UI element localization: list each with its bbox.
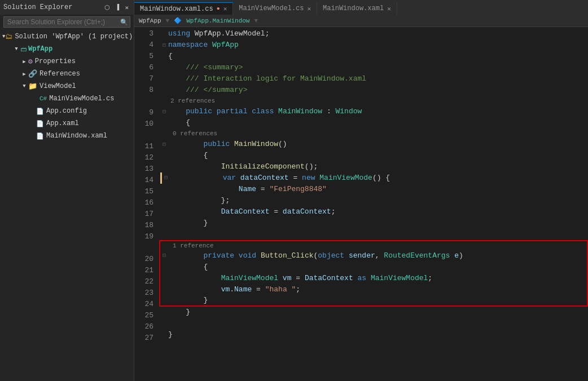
toolbar-project[interactable]: WpfApp	[139, 17, 161, 24]
code-line-13: InitializeComponent();	[160, 161, 588, 172]
code-ref-hint-11: 0 references	[160, 129, 588, 139]
code-text: ⊟ public partial class MainWindow : Wind…	[160, 106, 362, 118]
sidebar-search-bar: 🔍	[0, 15, 134, 29]
tab-label: MainViewModel.cs	[239, 5, 304, 12]
code-text: var dataContext = new MainViewMode() {	[170, 172, 390, 184]
collapse-icon[interactable]: ▐	[114, 3, 121, 11]
sidebar-item-label: App.config	[46, 107, 87, 115]
cs-file-icon: C#	[40, 95, 47, 102]
code-text: {	[160, 262, 208, 273]
sidebar-item-references[interactable]: ▶ 🔗 References	[0, 68, 134, 80]
code-text: {	[160, 117, 190, 129]
tabs-bar: MainWindow.xaml.cs ● ✕ MainViewModel.cs …	[134, 0, 588, 15]
viewmodel-arrow-icon: ▼	[20, 83, 28, 89]
code-line-24: }	[159, 295, 588, 307]
tab-close-icon[interactable]: ✕	[387, 5, 391, 12]
toolbar-arrow-icon: 🔷	[174, 17, 182, 24]
sidebar-item-solution[interactable]: ▼ 🗂 Solution 'WpfApp' (1 project)	[0, 30, 134, 43]
ref-hint-9: 2 references	[170, 95, 215, 107]
solution-explorer-sidebar: Solution Explorer ⬡ ▐ ✕ 🔍 ▼ 🗂 Solution '…	[0, 0, 134, 381]
sidebar-item-appxaml[interactable]: 📄 App.xaml	[0, 117, 134, 130]
sidebar-title: Solution Explorer	[3, 3, 72, 11]
code-line-8: /// </summary>	[160, 85, 588, 96]
code-text: using WpfApp.ViewModel;	[160, 28, 269, 39]
collapse-marker-14[interactable]: ⊟	[162, 172, 170, 184]
code-line-12: {	[160, 150, 588, 161]
code-text: }	[160, 218, 208, 229]
sidebar-item-label: ViewModel	[40, 82, 76, 90]
sidebar-item-mainwindowxaml[interactable]: 📄 MainWindow.xaml	[0, 130, 134, 142]
code-line-11: ⊟ public MainWindow()	[160, 139, 588, 150]
collapse-marker-20[interactable]: ⊟	[160, 250, 168, 262]
code-toolbar: WpfApp ▼ 🔷 WpfApp.MainWindow ▼	[134, 15, 588, 27]
code-line-3: using WpfApp.ViewModel;	[160, 28, 588, 39]
code-text: MainViewModel vm = DataContext as MainVi…	[160, 273, 432, 284]
sidebar-item-project[interactable]: ▼ 🗃 WpfApp	[0, 43, 134, 55]
project-icon: 🗃	[20, 46, 27, 53]
sidebar-item-properties[interactable]: ▶ ⚙ Properties	[0, 55, 134, 68]
main-layout: Solution Explorer ⬡ ▐ ✕ 🔍 ▼ 🗂 Solution '…	[0, 0, 588, 381]
code-line-15: Name = "FeiPeng8848"	[160, 184, 588, 195]
code-ref-hint-20: 1 reference	[159, 240, 588, 250]
tab-mainwindow-xaml[interactable]: MainWindow.xaml ✕	[317, 2, 397, 15]
sidebar-item-label: MainViewModel.cs	[49, 95, 114, 103]
code-line-25: }	[160, 307, 588, 318]
line-numbers: 3 4 5 6 7 8 9 10 11 12 13 14 15 16 17 18…	[134, 27, 158, 381]
code-lines: using WpfApp.ViewModel; ⊟namespace WpfAp…	[158, 27, 588, 381]
code-line-5: {	[160, 51, 588, 62]
references-icon: 🔗	[28, 69, 37, 78]
code-area: MainWindow.xaml.cs ● ✕ MainViewModel.cs …	[134, 0, 588, 381]
sidebar-item-label: MainWindow.xaml	[46, 132, 107, 140]
code-text	[160, 229, 165, 240]
code-line-16: };	[160, 195, 588, 206]
tab-label: MainWindow.xaml	[323, 5, 384, 12]
code-line-17: DataContext = dataContext;	[160, 206, 588, 218]
tab-mainviewmodel-cs[interactable]: MainViewModel.cs ✕	[233, 2, 317, 15]
code-text: /// Interaction logic for MainWindow.xam…	[160, 73, 366, 85]
folder-icon: 📁	[28, 82, 37, 91]
code-text: }	[160, 307, 190, 318]
solution-icon: 🗂	[5, 33, 12, 41]
code-line-6: /// <summary>	[160, 62, 588, 73]
code-text: }	[160, 295, 208, 306]
pin-icon[interactable]: ⬡	[103, 3, 112, 12]
code-line-19	[160, 229, 588, 240]
collapse-marker-9[interactable]: ⊟	[160, 107, 168, 118]
solution-tree: ▼ 🗂 Solution 'WpfApp' (1 project) ▼ 🗃 Wp…	[0, 29, 134, 381]
code-text: DataContext = dataContext;	[160, 206, 336, 218]
code-line-14: ⊟ var dataContext = new MainViewMode() {	[160, 172, 588, 184]
code-text: {	[160, 150, 208, 161]
sidebar-item-mainviewmodel[interactable]: C# MainViewModel.cs	[0, 92, 134, 105]
code-line-23: vm.Name = "haha ";	[159, 284, 588, 295]
sidebar-item-label: Properties	[35, 57, 76, 65]
mainxaml-file-icon: 📄	[36, 132, 44, 140]
tab-close-icon[interactable]: ✕	[307, 5, 311, 12]
tab-label: MainWindow.xaml.cs	[140, 5, 213, 13]
code-text: ⊟namespace WpfApp	[160, 39, 239, 51]
collapse-marker-11[interactable]: ⊟	[160, 139, 168, 150]
code-text: /// </summary>	[160, 85, 247, 96]
code-line-7: /// Interaction logic for MainWindow.xam…	[160, 73, 588, 85]
code-text: vm.Name = "haha ";	[160, 284, 300, 295]
code-text: {	[160, 51, 173, 62]
tab-mainwindow-xaml-cs[interactable]: MainWindow.xaml.cs ● ✕	[134, 2, 233, 15]
toolbar-separator: ▼	[166, 17, 170, 24]
toolbar-class[interactable]: WpfApp.MainWindow	[186, 17, 249, 24]
config-file-icon: 📄	[36, 108, 44, 115]
sidebar-item-viewmodel[interactable]: ▼ 📁 ViewModel	[0, 80, 134, 92]
sidebar-search-input[interactable]	[3, 16, 130, 28]
ref-hint-20: 1 reference	[173, 240, 214, 251]
tab-close-icon[interactable]: ✕	[223, 5, 227, 12]
close-icon[interactable]: ✕	[123, 3, 130, 12]
properties-arrow-icon: ▶	[20, 59, 28, 65]
code-editor[interactable]: 3 4 5 6 7 8 9 10 11 12 13 14 15 16 17 18…	[134, 27, 588, 381]
code-text: private void Button_Click(object sender,…	[168, 250, 463, 262]
sidebar-item-label: App.xaml	[46, 119, 79, 127]
ref-hint-11: 0 references	[173, 128, 217, 139]
sidebar-item-label: References	[40, 70, 80, 78]
collapse-marker-4[interactable]: ⊟	[160, 40, 168, 51]
code-line-21: {	[159, 262, 588, 273]
sidebar-item-appconfig[interactable]: 📄 App.config	[0, 105, 134, 117]
code-text: };	[160, 195, 230, 206]
code-line-9: ⊟ public partial class MainWindow : Wind…	[160, 106, 588, 117]
